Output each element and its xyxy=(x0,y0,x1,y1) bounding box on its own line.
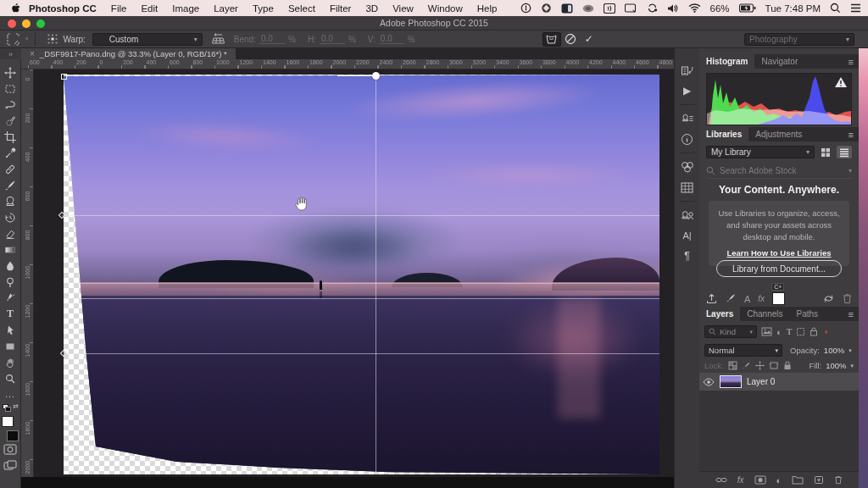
menu-filter[interactable]: Filter xyxy=(330,3,352,14)
tab-navigator[interactable]: Navigator xyxy=(754,54,804,69)
layer-name[interactable]: Layer 0 xyxy=(747,377,775,386)
foreground-color-swatch[interactable] xyxy=(2,416,14,427)
layer-thumbnail[interactable] xyxy=(720,375,742,388)
actions-panel-icon[interactable]: ▶ xyxy=(676,80,698,101)
close-tab-icon[interactable]: × xyxy=(30,49,35,58)
menu-help[interactable]: Help xyxy=(477,3,498,14)
bend-input[interactable]: 0.0 xyxy=(259,34,285,44)
filter-adjustment-layers-icon[interactable]: ◐ xyxy=(776,327,782,337)
document-tab[interactable]: × _DSF9917-Pano.dng @ 33.3% (Layer 0, RG… xyxy=(21,48,236,59)
panel-menu-icon[interactable]: ≡ xyxy=(849,54,859,69)
screen-mode-icon[interactable] xyxy=(2,458,19,474)
layer-row-layer0[interactable]: Layer 0 xyxy=(699,373,859,391)
link-layers-icon[interactable] xyxy=(715,476,727,484)
list-view-icon[interactable] xyxy=(837,146,852,158)
sync-icon[interactable] xyxy=(647,3,658,14)
layer-mask-icon[interactable] xyxy=(754,475,766,485)
chevron-down-icon[interactable]: ▾ xyxy=(25,36,29,42)
quick-mask-icon[interactable] xyxy=(2,441,19,458)
lock-pixels-icon[interactable] xyxy=(742,361,751,370)
chevron-down-icon[interactable]: ▾ xyxy=(850,363,854,369)
menu-type[interactable]: Type xyxy=(253,3,274,14)
cancel-transform-button[interactable] xyxy=(561,32,580,47)
filter-type-layers-icon[interactable]: T xyxy=(787,327,793,336)
path-select-tool-icon[interactable] xyxy=(2,322,19,338)
airplay-audio-icon[interactable] xyxy=(604,3,615,14)
lock-transparency-icon[interactable] xyxy=(728,361,737,370)
dark-app-icon[interactable] xyxy=(561,3,573,14)
adjustment-layer-icon[interactable]: ◐ xyxy=(776,475,782,485)
tab-libraries[interactable]: Libraries xyxy=(699,127,748,141)
horizontal-ruler[interactable]: 6004002000200400600800100012001400160018… xyxy=(21,59,674,69)
panel-menu-icon[interactable]: ≡ xyxy=(849,127,859,141)
diamond-app-icon[interactable] xyxy=(541,3,552,14)
layer-style-icon[interactable]: fx xyxy=(737,475,744,485)
gradient-tool-icon[interactable] xyxy=(2,241,19,258)
zoom-window-button[interactable] xyxy=(36,19,45,28)
delete-icon[interactable] xyxy=(843,293,852,304)
warp-corner-handle-top-left[interactable] xyxy=(61,74,67,80)
warp-control-point-top[interactable] xyxy=(372,72,380,80)
layer-group-icon[interactable] xyxy=(792,475,804,485)
fill-value[interactable]: 100% xyxy=(826,361,846,370)
histogram-warning-icon[interactable] xyxy=(834,76,848,88)
color-table-panel-icon[interactable] xyxy=(676,177,698,197)
shape-tool-icon[interactable] xyxy=(2,338,19,354)
vertical-ruler[interactable]: 0200400600800100012001400160018002000 xyxy=(21,69,34,477)
canvas-viewport[interactable] xyxy=(34,69,674,477)
dodge-tool-icon[interactable] xyxy=(2,274,19,290)
lock-artboard-icon[interactable] xyxy=(769,361,779,370)
filter-pixel-layers-icon[interactable] xyxy=(761,327,772,336)
volume-icon[interactable] xyxy=(667,3,679,14)
tab-adjustments[interactable]: Adjustments xyxy=(748,127,809,141)
chevron-down-icon[interactable]: ▾ xyxy=(849,347,852,354)
add-character-style-icon[interactable]: A xyxy=(744,294,750,304)
move-tool-icon[interactable] xyxy=(2,64,19,80)
edit-toolbar-icon[interactable]: ... xyxy=(2,386,19,402)
photo-layer[interactable] xyxy=(64,75,659,474)
menu-window[interactable]: Window xyxy=(428,3,463,14)
delete-layer-icon[interactable] xyxy=(834,475,843,485)
hand-tool-icon[interactable] xyxy=(2,354,19,370)
sync-libraries-icon[interactable] xyxy=(822,293,835,304)
clone-stamp-tool-icon[interactable] xyxy=(2,193,19,209)
add-layer-style-icon[interactable]: fx xyxy=(758,294,765,303)
history-panel-icon[interactable] xyxy=(676,60,698,80)
wifi-icon[interactable] xyxy=(688,3,701,14)
warp-edge-handle-left-2[interactable] xyxy=(60,350,67,357)
warp-mode-toggle-button[interactable] xyxy=(542,32,561,47)
spotlight-icon[interactable] xyxy=(830,3,841,14)
menu-layer[interactable]: Layer xyxy=(214,3,238,14)
character-panel-icon[interactable]: A| xyxy=(676,225,698,246)
lock-all-icon[interactable] xyxy=(783,361,792,370)
warp-grid-horizontal-line-1[interactable] xyxy=(62,215,659,216)
display-mirror-icon[interactable] xyxy=(625,3,637,14)
visibility-eye-icon[interactable] xyxy=(703,378,715,386)
apple-menu-icon[interactable] xyxy=(10,3,20,14)
swap-colors-icon[interactable]: ⇄ xyxy=(13,402,19,410)
shush-icon[interactable] xyxy=(520,3,531,14)
tool-presets-panel-icon[interactable] xyxy=(676,205,698,225)
info-panel-icon[interactable] xyxy=(676,129,698,149)
eyedropper-tool-icon[interactable] xyxy=(2,145,19,161)
menu-view[interactable]: View xyxy=(392,3,414,14)
tab-channels[interactable]: Channels xyxy=(740,307,789,321)
grid-view-icon[interactable] xyxy=(818,146,833,158)
brush-tool-icon[interactable] xyxy=(2,177,19,193)
commit-transform-button[interactable]: ✓ xyxy=(580,32,598,47)
spot-healing-tool-icon[interactable] xyxy=(2,161,19,177)
panel-menu-icon[interactable]: ≡ xyxy=(849,307,859,321)
oval-app-icon[interactable] xyxy=(582,3,594,14)
warp-grid-horizontal-line-2[interactable] xyxy=(64,298,659,299)
clone-source-panel-icon[interactable] xyxy=(676,108,698,129)
quick-selection-tool-icon[interactable] xyxy=(2,113,19,129)
menu-image[interactable]: Image xyxy=(172,3,199,14)
filter-smart-objects-icon[interactable] xyxy=(810,327,818,336)
warp-orientation-icon[interactable] xyxy=(211,33,225,46)
search-adobe-stock-row[interactable]: Search Adobe Stock ▾ xyxy=(706,164,852,179)
crop-tool-icon[interactable] xyxy=(2,129,19,145)
window-title-bar[interactable]: Adobe Photoshop CC 2015 xyxy=(0,16,868,30)
blur-tool-icon[interactable] xyxy=(2,258,19,274)
upload-icon[interactable] xyxy=(706,293,717,304)
opacity-value[interactable]: 100% xyxy=(824,346,844,355)
